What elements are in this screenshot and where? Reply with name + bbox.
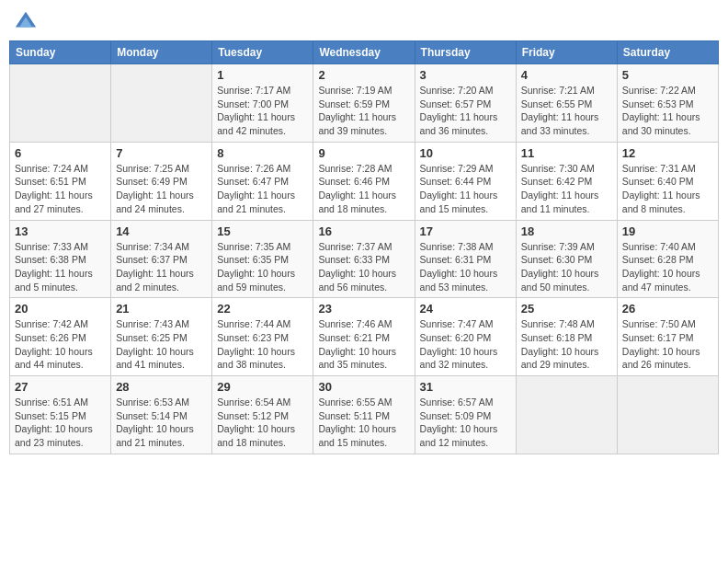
day-number: 1 (217, 68, 308, 82)
day-number: 17 (420, 224, 511, 238)
day-number: 13 (15, 224, 106, 238)
day-detail: Sunrise: 6:53 AMSunset: 5:14 PMDaylight:… (116, 396, 207, 450)
calendar-cell (617, 376, 718, 454)
calendar-cell: 10Sunrise: 7:29 AMSunset: 6:44 PMDayligh… (415, 142, 516, 220)
calendar-cell: 28Sunrise: 6:53 AMSunset: 5:14 PMDayligh… (111, 376, 212, 454)
day-detail: Sunrise: 7:24 AMSunset: 6:51 PMDaylight:… (15, 162, 106, 216)
calendar-cell: 5Sunrise: 7:22 AMSunset: 6:53 PMDaylight… (617, 64, 718, 143)
day-number: 25 (521, 302, 612, 316)
calendar-cell: 13Sunrise: 7:33 AMSunset: 6:38 PMDayligh… (10, 220, 111, 298)
calendar-week-row: 27Sunrise: 6:51 AMSunset: 5:15 PMDayligh… (10, 376, 719, 454)
day-number: 12 (622, 146, 713, 160)
col-header-wednesday: Wednesday (313, 41, 415, 64)
day-detail: Sunrise: 7:30 AMSunset: 6:42 PMDaylight:… (521, 162, 612, 216)
day-number: 18 (521, 224, 612, 238)
day-number: 23 (318, 302, 409, 316)
col-header-thursday: Thursday (415, 41, 516, 64)
logo-icon (13, 9, 39, 35)
calendar-cell (516, 376, 617, 454)
col-header-tuesday: Tuesday (212, 41, 313, 64)
day-number: 27 (15, 380, 106, 394)
calendar-cell: 8Sunrise: 7:26 AMSunset: 6:47 PMDaylight… (212, 142, 313, 220)
day-detail: Sunrise: 6:54 AMSunset: 5:12 PMDaylight:… (217, 396, 308, 450)
calendar-cell: 17Sunrise: 7:38 AMSunset: 6:31 PMDayligh… (415, 220, 516, 298)
day-number: 11 (521, 146, 612, 160)
calendar-cell: 12Sunrise: 7:31 AMSunset: 6:40 PMDayligh… (617, 142, 718, 220)
day-number: 7 (116, 146, 207, 160)
day-number: 30 (318, 380, 409, 394)
day-detail: Sunrise: 7:38 AMSunset: 6:31 PMDaylight:… (420, 240, 511, 294)
calendar-cell: 22Sunrise: 7:44 AMSunset: 6:23 PMDayligh… (212, 298, 313, 376)
day-detail: Sunrise: 7:20 AMSunset: 6:57 PMDaylight:… (420, 84, 511, 138)
day-detail: Sunrise: 7:37 AMSunset: 6:33 PMDaylight:… (318, 240, 409, 294)
calendar-cell: 24Sunrise: 7:47 AMSunset: 6:20 PMDayligh… (415, 298, 516, 376)
day-number: 3 (420, 68, 511, 82)
day-number: 29 (217, 380, 308, 394)
calendar-cell: 4Sunrise: 7:21 AMSunset: 6:55 PMDaylight… (516, 64, 617, 143)
calendar-cell: 14Sunrise: 7:34 AMSunset: 6:37 PMDayligh… (111, 220, 212, 298)
day-detail: Sunrise: 7:25 AMSunset: 6:49 PMDaylight:… (116, 162, 207, 216)
day-number: 5 (622, 68, 713, 82)
calendar-week-row: 20Sunrise: 7:42 AMSunset: 6:26 PMDayligh… (10, 298, 719, 376)
calendar-cell: 7Sunrise: 7:25 AMSunset: 6:49 PMDaylight… (111, 142, 212, 220)
calendar-cell (10, 64, 111, 143)
day-number: 20 (15, 302, 106, 316)
day-number: 15 (217, 224, 308, 238)
day-number: 14 (116, 224, 207, 238)
day-detail: Sunrise: 6:57 AMSunset: 5:09 PMDaylight:… (420, 396, 511, 450)
calendar-cell: 11Sunrise: 7:30 AMSunset: 6:42 PMDayligh… (516, 142, 617, 220)
day-number: 10 (420, 146, 511, 160)
day-detail: Sunrise: 7:44 AMSunset: 6:23 PMDaylight:… (217, 317, 308, 372)
day-number: 22 (217, 302, 308, 316)
calendar-cell (111, 64, 212, 143)
calendar-cell: 25Sunrise: 7:48 AMSunset: 6:18 PMDayligh… (516, 298, 617, 376)
col-header-monday: Monday (111, 41, 212, 64)
calendar-cell: 18Sunrise: 7:39 AMSunset: 6:30 PMDayligh… (516, 220, 617, 298)
calendar-table: SundayMondayTuesdayWednesdayThursdayFrid… (9, 40, 719, 454)
day-detail: Sunrise: 7:34 AMSunset: 6:37 PMDaylight:… (116, 240, 207, 294)
day-number: 19 (622, 224, 713, 238)
calendar-cell: 30Sunrise: 6:55 AMSunset: 5:11 PMDayligh… (313, 376, 415, 454)
day-detail: Sunrise: 7:21 AMSunset: 6:55 PMDaylight:… (521, 84, 612, 138)
day-detail: Sunrise: 7:40 AMSunset: 6:28 PMDaylight:… (622, 240, 713, 294)
day-detail: Sunrise: 7:19 AMSunset: 6:59 PMDaylight:… (318, 84, 409, 138)
day-detail: Sunrise: 7:33 AMSunset: 6:38 PMDaylight:… (15, 240, 106, 294)
day-number: 26 (622, 302, 713, 316)
logo (13, 9, 42, 35)
day-detail: Sunrise: 7:17 AMSunset: 7:00 PMDaylight:… (217, 84, 308, 138)
day-number: 4 (521, 68, 612, 82)
day-detail: Sunrise: 7:39 AMSunset: 6:30 PMDaylight:… (521, 240, 612, 294)
calendar-cell: 31Sunrise: 6:57 AMSunset: 5:09 PMDayligh… (415, 376, 516, 454)
calendar-cell: 21Sunrise: 7:43 AMSunset: 6:25 PMDayligh… (111, 298, 212, 376)
calendar-header-row: SundayMondayTuesdayWednesdayThursdayFrid… (10, 41, 719, 64)
day-number: 31 (420, 380, 511, 394)
day-number: 16 (318, 224, 409, 238)
calendar-cell: 1Sunrise: 7:17 AMSunset: 7:00 PMDaylight… (212, 64, 313, 143)
day-detail: Sunrise: 6:51 AMSunset: 5:15 PMDaylight:… (15, 396, 106, 450)
calendar-cell: 3Sunrise: 7:20 AMSunset: 6:57 PMDaylight… (415, 64, 516, 143)
day-number: 24 (420, 302, 511, 316)
calendar-week-row: 13Sunrise: 7:33 AMSunset: 6:38 PMDayligh… (10, 220, 719, 298)
day-detail: Sunrise: 6:55 AMSunset: 5:11 PMDaylight:… (318, 396, 409, 450)
day-number: 9 (318, 146, 409, 160)
calendar-cell: 9Sunrise: 7:28 AMSunset: 6:46 PMDaylight… (313, 142, 415, 220)
calendar-week-row: 6Sunrise: 7:24 AMSunset: 6:51 PMDaylight… (10, 142, 719, 220)
calendar-cell: 23Sunrise: 7:46 AMSunset: 6:21 PMDayligh… (313, 298, 415, 376)
calendar-cell: 6Sunrise: 7:24 AMSunset: 6:51 PMDaylight… (10, 142, 111, 220)
day-detail: Sunrise: 7:29 AMSunset: 6:44 PMDaylight:… (420, 162, 511, 216)
calendar-cell: 2Sunrise: 7:19 AMSunset: 6:59 PMDaylight… (313, 64, 415, 143)
day-number: 8 (217, 146, 308, 160)
day-detail: Sunrise: 7:26 AMSunset: 6:47 PMDaylight:… (217, 162, 308, 216)
day-detail: Sunrise: 7:35 AMSunset: 6:35 PMDaylight:… (217, 240, 308, 294)
day-detail: Sunrise: 7:46 AMSunset: 6:21 PMDaylight:… (318, 317, 409, 372)
day-number: 6 (15, 146, 106, 160)
day-number: 21 (116, 302, 207, 316)
day-detail: Sunrise: 7:22 AMSunset: 6:53 PMDaylight:… (622, 84, 713, 138)
day-detail: Sunrise: 7:43 AMSunset: 6:25 PMDaylight:… (116, 317, 207, 372)
col-header-sunday: Sunday (10, 41, 111, 64)
day-number: 2 (318, 68, 409, 82)
col-header-saturday: Saturday (617, 41, 718, 64)
day-detail: Sunrise: 7:47 AMSunset: 6:20 PMDaylight:… (420, 317, 511, 372)
col-header-friday: Friday (516, 41, 617, 64)
calendar-cell: 16Sunrise: 7:37 AMSunset: 6:33 PMDayligh… (313, 220, 415, 298)
